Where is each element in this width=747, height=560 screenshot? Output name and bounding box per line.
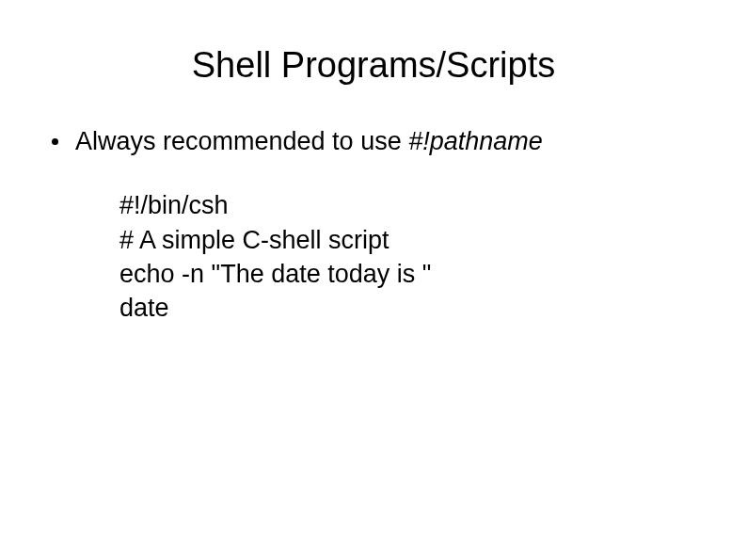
code-line: date — [119, 291, 709, 325]
code-line: echo -n "The date today is " — [119, 257, 709, 291]
slide-content: Always recommended to use #!pathname #!/… — [0, 125, 747, 326]
code-line: # A simple C-shell script — [119, 223, 709, 257]
code-block: #!/bin/csh # A simple C-shell script ech… — [52, 188, 709, 326]
bullet-text-prefix: Always recommended to use — [75, 127, 408, 155]
slide-title: Shell Programs/Scripts — [0, 45, 747, 86]
code-line: #!/bin/csh — [119, 188, 709, 222]
bullet-text-italic: #!pathname — [408, 127, 543, 155]
slide-container: Shell Programs/Scripts Always recommende… — [0, 0, 747, 560]
bullet-text: Always recommended to use #!pathname — [75, 125, 543, 158]
bullet-marker-icon — [52, 138, 58, 145]
bullet-item: Always recommended to use #!pathname — [52, 125, 709, 158]
